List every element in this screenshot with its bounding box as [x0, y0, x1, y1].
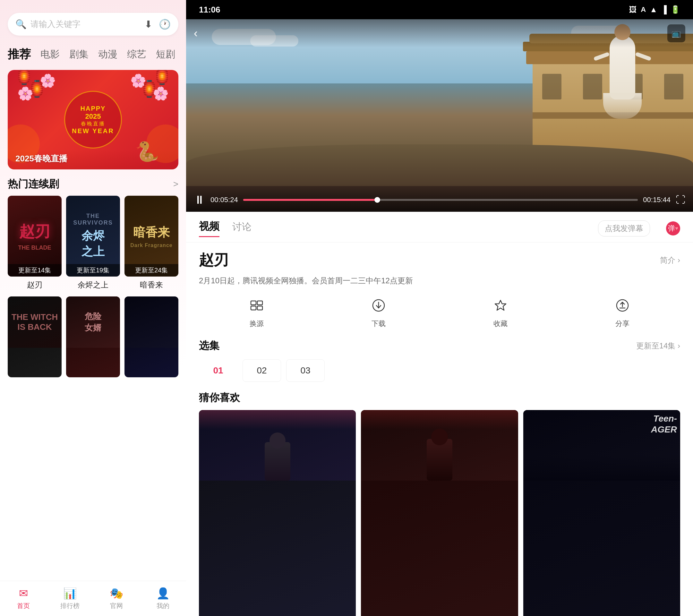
drama-item-3[interactable]: 暗香来 Dark Fragrance 更新至24集 暗香来: [124, 196, 178, 290]
nav-home[interactable]: ✉ 首页: [0, 581, 46, 616]
drama-item-2[interactable]: THESURVIVORS 余烬 之上 更新至19集 余烬之上: [66, 196, 120, 290]
episode-num-3: 03: [300, 365, 310, 376]
second-thumb-3[interactable]: [124, 296, 178, 377]
nav-mine-label: 我的: [157, 601, 170, 610]
svg-marker-6: [495, 300, 506, 310]
history-icon[interactable]: 🕐: [159, 19, 171, 30]
tab-row: 视频 讨论 点我发弹幕 弹 ♥: [186, 212, 693, 242]
progress-dot[interactable]: [374, 197, 380, 203]
banner-circle: HAPPY 2025 春晚直播 NEW YEAR: [64, 91, 122, 148]
action-collect[interactable]: 收藏: [443, 298, 558, 329]
rec-item-1[interactable]: [199, 410, 356, 616]
action-download[interactable]: 下载: [321, 298, 436, 329]
search-bar[interactable]: 🔍 请输入关键字 ⬇ 🕐: [8, 13, 178, 36]
show-info: 赵刃 简介 › 2月10日起，腾讯视频全网独播。会员首周一二三中午12点更新: [186, 242, 693, 292]
tab-anime[interactable]: 动漫: [98, 46, 117, 62]
action-share-label: 分享: [615, 319, 630, 329]
svg-rect-3: [257, 306, 262, 310]
episode-item-3[interactable]: 03: [286, 359, 325, 382]
hot-section-title: 热门连续剧: [8, 177, 59, 191]
time-total: 00:15:44: [643, 196, 671, 204]
banner-happy: HAPPY: [81, 105, 106, 112]
tab-short[interactable]: 短剧: [156, 46, 175, 62]
nav-ranking[interactable]: 📊 排行榜: [46, 581, 93, 616]
tab-movie[interactable]: 电影: [40, 46, 60, 62]
player-top-bar: ‹ 📺: [186, 19, 693, 47]
teen-ager-text: Teen-AGER: [651, 414, 677, 434]
show-title-row: 赵刃 简介 ›: [199, 250, 680, 270]
action-download-label: 下载: [372, 319, 385, 329]
player-back-btn[interactable]: ‹: [194, 27, 198, 40]
tv-icon: 📺: [672, 29, 681, 38]
drama-name-2: 余烬之上: [66, 280, 120, 290]
second-thumb-1[interactable]: THE WITCHIS BACK: [8, 296, 62, 377]
home-icon: ✉: [19, 587, 28, 600]
search-placeholder: 请输入关键字: [31, 19, 140, 30]
nav-ranking-label: 排行榜: [60, 601, 80, 610]
episode-more[interactable]: 更新至14集 ›: [636, 341, 680, 351]
tab-recommend[interactable]: 推荐: [8, 45, 31, 63]
drama-badge-3: 更新至24集: [124, 264, 178, 277]
nav-official[interactable]: 🎭 官网: [93, 581, 140, 616]
progress-fill: [243, 199, 377, 201]
banner-new-year: NEW YEAR: [72, 127, 114, 135]
status-time: 11:06: [199, 5, 220, 15]
status-icons: 🖼 A ▲ ▐ 🔋: [629, 5, 680, 14]
download-action-icon: [372, 298, 385, 316]
mine-icon: 👤: [156, 587, 170, 600]
source-icon: [250, 298, 264, 316]
drama-name-1: 赵刃: [8, 280, 62, 290]
official-icon: 🎭: [110, 587, 123, 600]
rec-item-2[interactable]: [361, 410, 518, 616]
episode-num-1: 01: [213, 365, 223, 376]
svg-rect-0: [251, 301, 256, 305]
rec-title: 猜你喜欢: [199, 391, 680, 405]
hot-section-more[interactable]: >: [173, 179, 178, 189]
danmaku-heart: ♥: [675, 225, 678, 231]
second-thumb-2[interactable]: 危险女婿: [66, 296, 120, 377]
show-title: 赵刃: [199, 250, 229, 270]
svg-rect-1: [257, 301, 262, 305]
show-description: 2月10日起，腾讯视频全网独播。会员首周一二三中午12点更新: [199, 275, 680, 287]
fullscreen-button[interactable]: ⛶: [676, 194, 685, 205]
download-icon[interactable]: ⬇: [144, 19, 152, 30]
drama-thumb-3: 暗香来 Dark Fragrance 更新至24集: [124, 196, 178, 277]
drama-badge-2: 更新至19集: [66, 264, 120, 277]
tab-video[interactable]: 视频: [199, 219, 219, 237]
drama-item-1[interactable]: 赵刃 THE BLADE 更新至14集 赵刃: [8, 196, 62, 290]
nav-official-label: 官网: [110, 601, 123, 610]
search-icon: 🔍: [15, 19, 27, 29]
action-collect-label: 收藏: [493, 319, 508, 329]
wifi-icon: ▲: [650, 5, 657, 14]
tab-discussion[interactable]: 讨论: [232, 220, 252, 236]
svg-rect-2: [251, 306, 256, 310]
tab-variety[interactable]: 综艺: [127, 46, 146, 62]
nav-mine[interactable]: 👤 我的: [140, 581, 186, 616]
bottom-nav: ✉ 首页 📊 排行榜 🎭 官网 👤 我的: [0, 581, 186, 616]
rec-thumb-3: Teen-AGER: [523, 410, 680, 481]
tab-drama[interactable]: 剧集: [69, 46, 88, 62]
pause-button[interactable]: ⏸: [194, 193, 205, 206]
action-share[interactable]: 分享: [565, 298, 680, 329]
video-player[interactable]: ‹ 📺 ⏸ 00:05:24 00:15:44 ⛶: [186, 19, 693, 212]
banner-label: 2025春晚直播: [15, 153, 67, 164]
banner-snake: 🐍: [135, 140, 159, 163]
rec-item-3[interactable]: Teen-AGER: [523, 410, 680, 616]
player-tv-btn[interactable]: 📺: [667, 24, 685, 42]
danmaku-badge[interactable]: 弹 ♥: [666, 221, 680, 236]
progress-bar[interactable]: [243, 199, 638, 201]
episode-item-1[interactable]: 01: [199, 359, 237, 382]
episode-item-2[interactable]: 02: [242, 359, 281, 382]
video-scene: [186, 19, 693, 212]
episode-header: 选集 更新至14集 ›: [199, 339, 680, 353]
action-source[interactable]: 换源: [199, 298, 314, 329]
player-controls: ⏸ 00:05:24 00:15:44 ⛶: [186, 184, 693, 212]
danmaku-input-btn[interactable]: 点我发弹幕: [598, 220, 650, 236]
share-icon: [615, 298, 630, 316]
banner-sub: 春晚直播: [81, 121, 105, 127]
show-intro-btn[interactable]: 简介 ›: [660, 255, 680, 265]
rec-thumb-2: [361, 410, 518, 481]
banner[interactable]: 🏮 🏮 🏮 🏮 🌸 🌸 🌸 🌸 HAPPY 2025 春晚直播 NEW YEAR: [8, 70, 178, 170]
image-status-icon: 🖼: [629, 5, 637, 14]
second-drama-row: THE WITCHIS BACK 危险女婿: [0, 290, 186, 377]
